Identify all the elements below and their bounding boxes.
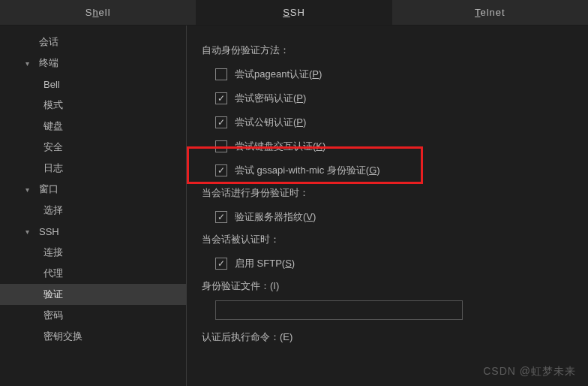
sidebar-item-8[interactable]: 选择	[0, 200, 186, 221]
sidebar-item-label: 键盘	[44, 119, 63, 133]
tab-ssh[interactable]: SSH	[196, 0, 392, 26]
session-authd-label: 当会话被认证时：	[202, 233, 582, 246]
enable-sftp-row[interactable]: 启用 SFTP(S)	[215, 254, 582, 273]
tab-shell[interactable]: Shell	[0, 0, 196, 26]
verify-fingerprint-label[interactable]: 验证服务器指纹(V)	[235, 210, 316, 224]
sidebar-item-9[interactable]: ▾SSH	[0, 221, 186, 242]
sidebar-item-11[interactable]: 代理	[0, 263, 186, 284]
sidebar-item-label: SSH	[39, 226, 59, 237]
sidebar-item-5[interactable]: 安全	[0, 137, 186, 158]
sidebar-item-1[interactable]: ▾终端	[0, 53, 186, 74]
sidebar-item-label: 窗口	[39, 182, 58, 196]
sidebar-item-2[interactable]: Bell	[0, 74, 186, 95]
sidebar-item-label: 会话	[39, 35, 58, 49]
auth-check-row-1[interactable]: 尝试密码认证(P)	[215, 89, 582, 108]
chevron-down-icon[interactable]: ▾	[26, 185, 36, 194]
session-auth-label: 当会话进行身份验证时：	[202, 186, 582, 200]
sidebar-item-label: 连接	[44, 246, 63, 259]
sidebar-item-label: 模式	[44, 98, 63, 112]
sidebar-item-10[interactable]: 连接	[0, 242, 186, 263]
sidebar-tree: 会话▾终端Bell模式键盘安全日志▾窗口选择▾SSH连接代理验证密码密钥交换	[0, 26, 186, 386]
settings-panel: 自动身份验证方法： 尝试pageant认证(P)尝试密码认证(P)尝试公钥认证(…	[187, 26, 588, 386]
id-file-label: 身份验证文件：(I)	[202, 279, 582, 293]
sidebar-item-7[interactable]: ▾窗口	[0, 179, 186, 200]
sidebar-item-label: 代理	[44, 267, 63, 280]
verify-fingerprint-row[interactable]: 验证服务器指纹(V)	[215, 207, 582, 227]
auth-checkbox-2[interactable]	[215, 116, 227, 128]
post-cmd-label: 认证后执行命令：(E)	[202, 330, 582, 344]
auth-check-label-4[interactable]: 尝试 gssapi-with-mic 身份验证(G)	[235, 164, 380, 177]
auth-checkbox-0[interactable]	[215, 68, 227, 80]
sidebar-item-label: 验证	[44, 288, 63, 301]
sidebar-item-label: 安全	[44, 140, 63, 154]
sidebar-item-6[interactable]: 日志	[0, 158, 186, 179]
verify-fingerprint-checkbox[interactable]	[215, 211, 227, 223]
tabs-bar: Shell SSH Telnet	[0, 0, 588, 26]
chevron-down-icon[interactable]: ▾	[26, 228, 36, 236]
auth-check-row-3[interactable]: 尝试键盘交互认证(K)	[215, 137, 582, 156]
auth-checkbox-1[interactable]	[215, 92, 227, 104]
auth-check-label-3[interactable]: 尝试键盘交互认证(K)	[235, 140, 326, 153]
id-file-input[interactable]	[215, 300, 463, 320]
auth-check-row-2[interactable]: 尝试公钥认证(P)	[215, 113, 582, 132]
auth-methods-label: 自动身份验证方法：	[202, 44, 582, 57]
sidebar-item-12[interactable]: 验证	[0, 284, 186, 305]
sidebar-item-label: 终端	[39, 56, 58, 70]
sidebar-item-3[interactable]: 模式	[0, 95, 186, 116]
enable-sftp-label[interactable]: 启用 SFTP(S)	[235, 257, 295, 270]
auth-check-row-0[interactable]: 尝试pageant认证(P)	[215, 65, 582, 84]
sidebar-item-label: 日志	[44, 161, 63, 175]
sidebar-item-0[interactable]: 会话	[0, 32, 186, 53]
auth-check-label-1[interactable]: 尝试密码认证(P)	[235, 92, 306, 105]
sidebar-item-label: Bell	[44, 79, 60, 90]
enable-sftp-checkbox[interactable]	[215, 258, 227, 270]
sidebar-item-label: 选择	[44, 204, 63, 217]
sidebar-item-13[interactable]: 密码	[0, 305, 186, 326]
sidebar-item-label: 密钥交换	[44, 330, 82, 343]
auth-checkbox-3[interactable]	[215, 140, 227, 152]
auth-check-label-0[interactable]: 尝试pageant认证(P)	[235, 68, 322, 81]
tab-telnet[interactable]: Telnet	[392, 0, 588, 26]
chevron-down-icon[interactable]: ▾	[26, 59, 36, 68]
auth-check-label-2[interactable]: 尝试公钥认证(P)	[235, 116, 306, 129]
sidebar-item-14[interactable]: 密钥交换	[0, 326, 186, 347]
auth-check-row-4[interactable]: 尝试 gssapi-with-mic 身份验证(G)	[215, 161, 582, 180]
sidebar-item-label: 密码	[44, 309, 63, 322]
sidebar-item-4[interactable]: 键盘	[0, 116, 186, 137]
auth-checkbox-4[interactable]	[215, 164, 227, 176]
